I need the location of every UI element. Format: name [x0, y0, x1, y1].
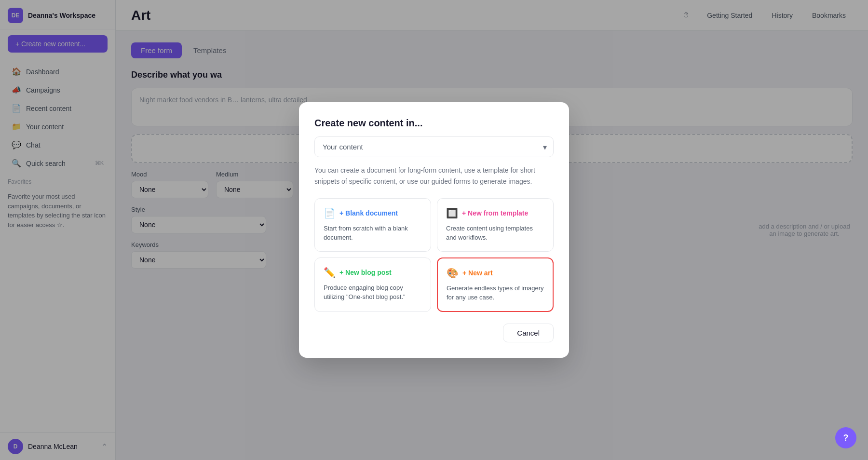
template-label: + New from template: [462, 209, 528, 217]
art-icon: 🎨: [447, 267, 459, 279]
option-header: 🔲 + New from template: [446, 207, 544, 219]
blank-document-desc: Start from scratch with a blank document…: [324, 224, 422, 243]
modal: Create new content in... Your content ▾ …: [299, 102, 569, 358]
modal-content-select[interactable]: Your content: [314, 136, 554, 157]
blog-post-desc: Produce engaging blog copy utilizing "On…: [324, 283, 422, 302]
modal-options-grid: 📄 + Blank document Start from scratch wi…: [314, 198, 554, 312]
art-label: + New art: [462, 269, 493, 277]
option-header: 📄 + Blank document: [324, 207, 422, 219]
blank-document-label: + Blank document: [339, 209, 398, 217]
template-icon: 🔲: [446, 207, 458, 219]
cancel-button[interactable]: Cancel: [503, 324, 554, 342]
blank-document-icon: 📄: [324, 207, 336, 219]
option-new-blog-post[interactable]: ✏️ + New blog post Produce engaging blog…: [314, 257, 431, 312]
option-blank-document[interactable]: 📄 + Blank document Start from scratch wi…: [314, 198, 431, 252]
template-desc: Create content using templates and workf…: [446, 224, 544, 243]
option-new-from-template[interactable]: 🔲 + New from template Create content usi…: [437, 198, 554, 252]
option-header: ✏️ + New blog post: [324, 267, 422, 278]
modal-title: Create new content in...: [314, 118, 554, 129]
option-header: 🎨 + New art: [447, 267, 544, 279]
modal-dropdown-wrap: Your content ▾: [314, 136, 554, 157]
modal-footer: Cancel: [314, 324, 554, 342]
blog-post-icon: ✏️: [324, 267, 336, 278]
help-button[interactable]: ?: [835, 427, 856, 448]
blog-post-label: + New blog post: [339, 269, 392, 276]
modal-description: You can create a document for long-form …: [314, 165, 554, 187]
option-new-art[interactable]: 🎨 + New art Generate endless types of im…: [437, 257, 554, 312]
art-desc: Generate endless types of imagery for an…: [447, 284, 544, 302]
modal-overlay[interactable]: Create new content in... Your content ▾ …: [0, 0, 868, 460]
